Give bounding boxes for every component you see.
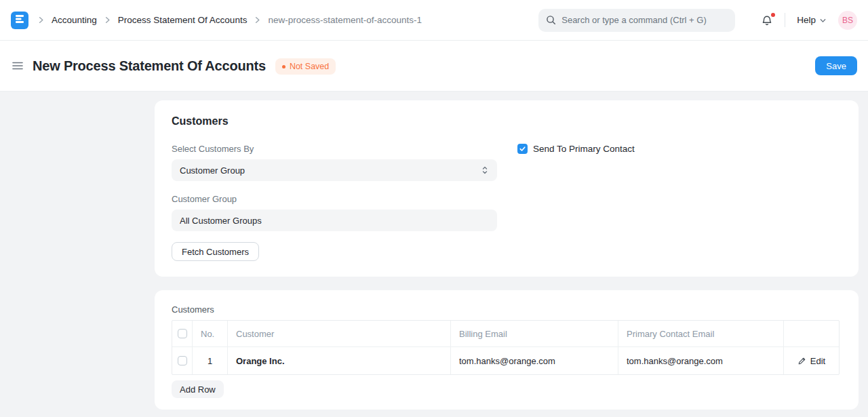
- breadcrumb-doctype[interactable]: Process Statement Of Accounts: [118, 15, 248, 25]
- form-body: Customers Select Customers By Customer G…: [155, 100, 859, 410]
- column-header-primary-contact-email: Primary Contact Email: [618, 321, 784, 347]
- edit-row-button[interactable]: Edit: [797, 356, 825, 366]
- global-search[interactable]: [538, 9, 735, 32]
- select-all-checkbox[interactable]: [178, 329, 187, 338]
- select-customers-by-field: Select Customers By Customer Group: [172, 144, 497, 181]
- status-dot: [282, 65, 285, 68]
- section-title: Customers: [172, 115, 842, 127]
- page-header: New Process Statement Of Accounts Not Sa…: [0, 41, 868, 92]
- avatar-initials: BS: [842, 16, 853, 25]
- navbar-divider: [785, 13, 785, 27]
- send-to-primary-contact-checkbox[interactable]: Send To Primary Contact: [517, 144, 842, 154]
- status-badge: Not Saved: [275, 58, 336, 75]
- row-primary-contact-email-cell[interactable]: tom.hanks@orange.com: [618, 347, 784, 374]
- user-avatar[interactable]: BS: [838, 11, 857, 30]
- checkbox-checked-icon: [517, 144, 528, 154]
- navbar: Accounting Process Statement Of Accounts…: [0, 0, 868, 41]
- chevron-right-icon: [253, 16, 262, 24]
- app-logo[interactable]: [11, 12, 28, 29]
- breadcrumb-accounting[interactable]: Accounting: [52, 15, 97, 25]
- search-icon: [546, 15, 556, 25]
- add-row-button[interactable]: Add Row: [172, 380, 224, 398]
- erpnext-logo-icon: [15, 14, 24, 26]
- customer-name: Orange Inc.: [236, 356, 285, 366]
- send-to-primary-contact-label: Send To Primary Contact: [533, 144, 635, 154]
- row-customer-cell[interactable]: Orange Inc.: [228, 347, 451, 374]
- row-checkbox[interactable]: [178, 356, 187, 365]
- chevron-updown-icon: [481, 165, 489, 175]
- page-title: New Process Statement Of Accounts: [33, 58, 266, 74]
- breadcrumb-current-doc[interactable]: new-process-statement-of-accounts-1: [268, 15, 422, 25]
- row-number-cell: 1: [193, 347, 228, 374]
- status-badge-label: Not Saved: [290, 62, 329, 71]
- select-customers-by-label: Select Customers By: [172, 144, 497, 154]
- pencil-icon: [797, 357, 806, 365]
- customers-table: No. Customer Billing Email Primary Conta…: [172, 320, 840, 375]
- navbar-right: Help BS: [761, 11, 857, 30]
- row-select-cell: [172, 347, 193, 374]
- edit-label: Edit: [810, 356, 825, 366]
- chevron-right-icon: [103, 16, 112, 24]
- notification-dot: [771, 13, 775, 17]
- search-input[interactable]: [561, 15, 728, 25]
- billing-email-value: tom.hanks@orange.com: [459, 356, 555, 366]
- fetch-customers-button[interactable]: Fetch Customers: [172, 242, 259, 261]
- form-grid: Select Customers By Customer Group Custo…: [172, 144, 842, 261]
- column-header-billing-email: Billing Email: [451, 321, 618, 347]
- form-column-left: Select Customers By Customer Group Custo…: [172, 144, 497, 261]
- customers-section-card: Customers Select Customers By Customer G…: [155, 100, 859, 277]
- notifications-button[interactable]: [761, 14, 773, 26]
- customer-group-field: Customer Group: [172, 194, 497, 231]
- select-customers-by-value: Customer Group: [180, 165, 245, 176]
- sidebar-toggle-button[interactable]: [11, 59, 24, 73]
- customer-group-input[interactable]: [172, 210, 497, 231]
- select-all-cell: [172, 321, 193, 347]
- breadcrumb: Accounting Process Statement Of Accounts…: [37, 15, 422, 25]
- row-billing-email-cell[interactable]: tom.hanks@orange.com: [451, 347, 618, 374]
- customer-group-label: Customer Group: [172, 194, 497, 204]
- column-header-customer: Customer: [228, 321, 451, 347]
- column-header-no: No.: [193, 321, 228, 347]
- form-column-right: Send To Primary Contact: [517, 144, 842, 261]
- help-label: Help: [797, 15, 816, 25]
- column-header-actions: [784, 321, 839, 347]
- select-customers-by-select[interactable]: Customer Group: [172, 159, 497, 181]
- help-dropdown[interactable]: Help: [797, 15, 827, 25]
- chevron-down-icon: [819, 17, 827, 24]
- primary-contact-email-value: tom.hanks@orange.com: [627, 356, 723, 366]
- customers-table-card: Customers No. Customer Billing Email Pri…: [155, 290, 859, 410]
- customers-table-label: Customers: [172, 304, 842, 315]
- chevron-right-icon: [37, 16, 45, 24]
- save-button[interactable]: Save: [815, 56, 857, 75]
- row-actions-cell: Edit: [784, 347, 839, 374]
